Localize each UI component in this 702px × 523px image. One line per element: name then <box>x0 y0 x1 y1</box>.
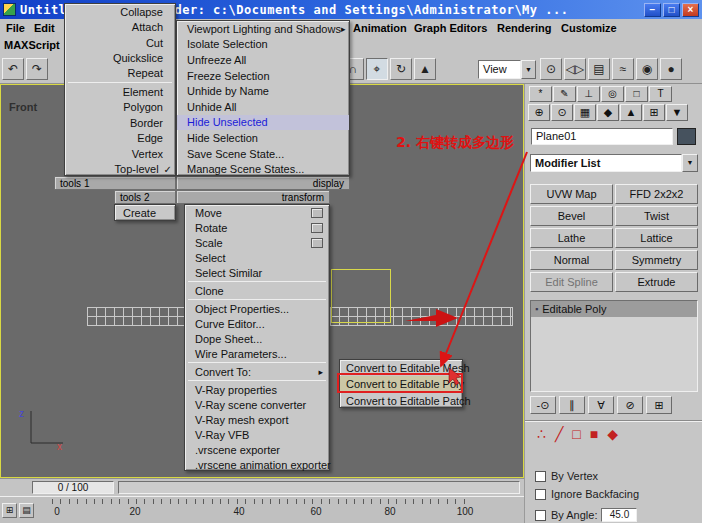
menu-item-collapse[interactable]: Collapse <box>65 4 175 19</box>
material-editor-icon[interactable]: ◉ <box>636 58 658 80</box>
menu-item-unhide-all[interactable]: Unhide All <box>177 99 349 115</box>
tab-utilities[interactable]: T <box>649 86 672 102</box>
close-button[interactable]: × <box>682 3 699 17</box>
time-ruler[interactable]: 0 20 40 60 80 100 ⊞ ▤ <box>0 496 524 523</box>
panel-icon-3[interactable]: ▦ <box>574 104 596 121</box>
by-angle-checkbox[interactable]: By Angle: 45.0 <box>535 508 637 522</box>
menu-item-viewport-lighting-and-shadows[interactable]: Viewport Lighting and Shadows▸ <box>177 21 349 37</box>
panel-icon-2[interactable]: ⊙ <box>551 104 573 121</box>
mirror-icon[interactable]: ◁▷ <box>564 58 586 80</box>
curve-editor-icon[interactable]: ≈ <box>612 58 634 80</box>
modifier-button-bevel[interactable]: Bevel <box>530 206 613 226</box>
redo-icon[interactable]: ↷ <box>26 58 48 80</box>
menu-item-quickslice[interactable]: Quickslice <box>65 50 175 65</box>
tab-modify[interactable]: ✎ <box>553 86 576 102</box>
settings-icon[interactable] <box>311 223 323 233</box>
select-and-scale-icon[interactable]: ▲ <box>414 58 436 80</box>
menu-item-element[interactable]: Element <box>65 84 175 99</box>
menu-item-scale[interactable]: Scale <box>185 235 329 250</box>
menu-item-vray-scene-converter[interactable]: V-Ray scene converter <box>185 397 329 412</box>
tab-display[interactable]: □ <box>625 86 648 102</box>
menu-item-move[interactable]: Move <box>185 205 329 220</box>
menu-item-save-scene-state[interactable]: Save Scene State... <box>177 146 349 162</box>
menu-item-dope-sheet[interactable]: Dope Sheet... <box>185 331 329 346</box>
make-unique-icon[interactable]: ∀ <box>588 396 614 414</box>
show-end-result-icon[interactable]: ∥ <box>559 396 585 414</box>
menu-edit[interactable]: Edit <box>34 22 55 34</box>
reference-coordinate-dropdown[interactable]: View ▼ <box>478 60 536 79</box>
undo-icon[interactable]: ↶ <box>2 58 24 80</box>
ignore-backfacing-checkbox[interactable]: Ignore Backfacing <box>535 488 639 500</box>
menu-rendering[interactable]: Rendering <box>497 22 551 34</box>
select-and-rotate-icon[interactable]: ↻ <box>390 58 412 80</box>
timeline-grid-icon[interactable]: ⊞ <box>2 503 17 518</box>
menu-maxscript[interactable]: MAXScript <box>4 39 60 51</box>
tab-hierarchy[interactable]: ⊥ <box>577 86 600 102</box>
menu-item-unhide-by-name[interactable]: Unhide by Name <box>177 83 349 99</box>
panel-icon-7[interactable]: ▼ <box>666 104 688 121</box>
menu-item-convert-to-editable-mesh[interactable]: Convert to Editable Mesh <box>340 360 462 376</box>
layer-manager-icon[interactable]: ▤ <box>588 58 610 80</box>
menu-item-hide-selection[interactable]: Hide Selection <box>177 130 349 146</box>
menu-item-unfreeze-all[interactable]: Unfreeze All <box>177 52 349 68</box>
pin-stack-icon[interactable]: -⊙ <box>530 396 556 414</box>
modifier-button-symmetry[interactable]: Symmetry <box>615 250 698 270</box>
modifier-stack[interactable]: ▪ Editable Poly <box>530 300 698 392</box>
menu-graph-editors[interactable]: Graph Editors <box>414 22 487 34</box>
menu-item-repeat[interactable]: Repeat <box>65 66 175 81</box>
polygon-subobject-icon[interactable]: ■ <box>590 426 598 442</box>
render-icon[interactable]: ● <box>660 58 682 80</box>
remove-modifier-icon[interactable]: ⊘ <box>617 396 643 414</box>
modifier-button-lathe[interactable]: Lathe <box>530 228 613 248</box>
modifier-button-twist[interactable]: Twist <box>615 206 698 226</box>
border-subobject-icon[interactable]: □ <box>572 426 580 442</box>
by-vertex-checkbox[interactable]: By Vertex <box>535 470 598 482</box>
vertex-subobject-icon[interactable]: ∴ <box>537 426 546 442</box>
panel-icon-5[interactable]: ▲ <box>620 104 642 121</box>
minimize-button[interactable]: − <box>644 3 661 17</box>
maximize-button[interactable]: □ <box>663 3 680 17</box>
menu-item-vray-vfb[interactable]: V-Ray VFB <box>185 427 329 442</box>
panel-icon-4[interactable]: ◆ <box>597 104 619 121</box>
menu-item-object-properties[interactable]: Object Properties... <box>185 301 329 316</box>
object-name-field[interactable]: Plane01 <box>531 128 673 145</box>
object-color-swatch[interactable] <box>677 128 696 145</box>
tab-create[interactable]: * <box>529 86 552 102</box>
menu-item-border[interactable]: Border <box>65 115 175 130</box>
stack-item-editable-poly[interactable]: ▪ Editable Poly <box>531 301 697 317</box>
dropdown-arrow-icon[interactable]: ▼ <box>521 60 536 79</box>
modifier-button-normal[interactable]: Normal <box>530 250 613 270</box>
menu-item-vrscene-exporter[interactable]: .vrscene exporter <box>185 442 329 457</box>
menu-animation[interactable]: Animation <box>353 22 407 34</box>
menu-item-clone[interactable]: Clone <box>185 283 329 298</box>
menu-item-isolate-selection[interactable]: Isolate Selection <box>177 37 349 53</box>
track-bar-strip[interactable] <box>118 481 520 494</box>
by-angle-value[interactable]: 45.0 <box>601 508 637 522</box>
modifier-list-dropdown[interactable]: Modifier List ▼ <box>530 154 698 172</box>
modifier-list-arrow-icon[interactable]: ▼ <box>682 154 698 172</box>
use-center-icon[interactable]: ⊙ <box>540 58 562 80</box>
modifier-button-uvw-map[interactable]: UVW Map <box>530 184 613 204</box>
menu-item-hide-unselected[interactable]: Hide Unselected <box>177 115 349 131</box>
panel-icon-1[interactable]: ⊕ <box>528 104 550 121</box>
menu-item-vrscene-animation-exporter[interactable]: .vrscene animation exporter <box>185 457 329 472</box>
menu-item-convert-to-editable-poly[interactable]: Convert to Editable Poly <box>340 376 462 392</box>
tab-motion[interactable]: ◎ <box>601 86 624 102</box>
menu-item-attach[interactable]: Attach <box>65 19 175 34</box>
menu-item-rotate[interactable]: Rotate <box>185 220 329 235</box>
menu-item-top-level[interactable]: Top-level✓ <box>65 161 175 176</box>
menu-item-edge[interactable]: Edge <box>65 131 175 146</box>
menu-item-manage-scene-states[interactable]: Manage Scene States... <box>177 161 349 177</box>
settings-icon[interactable] <box>311 208 323 218</box>
timeline-list-icon[interactable]: ▤ <box>19 503 34 518</box>
modifier-button-lattice[interactable]: Lattice <box>615 228 698 248</box>
menu-item-polygon[interactable]: Polygon <box>65 100 175 115</box>
menu-item-cut[interactable]: Cut <box>65 35 175 50</box>
menu-item-wire-parameters[interactable]: Wire Parameters... <box>185 346 329 361</box>
menu-customize[interactable]: Customize <box>561 22 617 34</box>
menu-item-vertex[interactable]: Vertex <box>65 146 175 161</box>
menu-item-convert-to-editable-patch[interactable]: Convert to Editable Patch <box>340 393 462 409</box>
edge-subobject-icon[interactable]: ╱ <box>555 426 563 442</box>
menu-item-freeze-selection[interactable]: Freeze Selection <box>177 68 349 84</box>
menu-item-select[interactable]: Select <box>185 250 329 265</box>
